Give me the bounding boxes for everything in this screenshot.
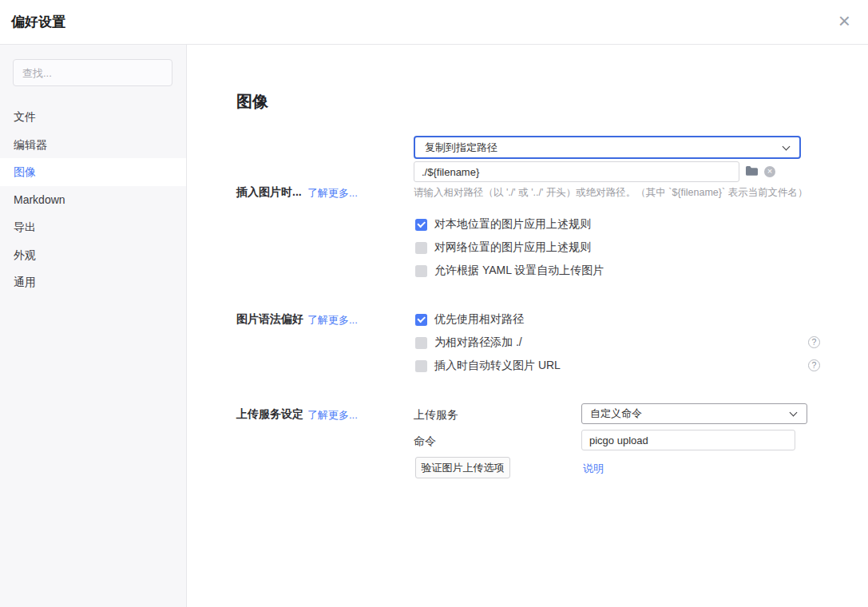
insert-image-section-label: 插入图片时... [236, 185, 302, 200]
folder-icon[interactable] [745, 165, 759, 177]
checkbox-icon[interactable] [415, 242, 427, 254]
path-hint-text: 请输入相对路径（以 './' 或 '../' 开头）或绝对路径。（其中 `${f… [414, 186, 808, 200]
search-input[interactable] [13, 59, 172, 86]
clear-input-icon[interactable]: × [764, 166, 775, 177]
page-title: 图像 [236, 91, 268, 113]
sidebar-item-export[interactable]: 导出 [0, 213, 186, 241]
yaml-auto-upload-checkbox-row[interactable]: 允许根据 YAML 设置自动上传图片 [415, 263, 604, 279]
checkbox-label: 为相对路径添加 ./ [434, 335, 522, 350]
escape-url-checkbox-row[interactable]: 插入时自动转义图片 URL [415, 358, 561, 374]
sidebar: 文件 编辑器 图像 Markdown 导出 外观 通用 [0, 45, 187, 607]
checkbox-label: 对本地位置的图片应用上述规则 [434, 217, 591, 232]
close-icon[interactable]: × [838, 8, 850, 34]
sidebar-item-general[interactable]: 通用 [0, 268, 186, 296]
window-header: 偏好设置 × [0, 0, 868, 45]
preferences-window: 偏好设置 × 文件 编辑器 图像 Markdown 导出 外观 通用 图像 插入… [0, 0, 868, 607]
upload-section-label: 上传服务设定 [236, 407, 303, 422]
sidebar-item-editor[interactable]: 编辑器 [0, 131, 186, 159]
validate-upload-button[interactable]: 验证图片上传选项 [415, 457, 510, 478]
upload-learn-more-link[interactable]: 了解更多... [307, 408, 358, 423]
upload-service-select-value: 自定义命令 [590, 407, 642, 421]
instructions-link[interactable]: 说明 [583, 462, 604, 476]
add-dot-slash-checkbox-row[interactable]: 为相对路径添加 ./ [415, 335, 522, 351]
sidebar-list: 文件 编辑器 图像 Markdown 导出 外观 通用 [0, 103, 186, 296]
help-icon[interactable]: ? [808, 336, 820, 348]
insert-action-select-value: 复制到指定路径 [425, 141, 497, 155]
insert-learn-more-link[interactable]: 了解更多... [307, 186, 358, 200]
upload-service-select[interactable]: 自定义命令 [581, 403, 807, 424]
sidebar-item-image[interactable]: 图像 [0, 158, 186, 186]
prefer-relative-path-checkbox-row[interactable]: 优先使用相对路径 [415, 311, 524, 327]
checkbox-icon[interactable] [415, 337, 427, 349]
upload-service-label: 上传服务 [414, 408, 458, 423]
image-settings-panel: 图像 插入图片时... 了解更多... 复制到指定路径 × 请输入相对路径（以 … [187, 45, 868, 607]
checkbox-icon[interactable] [415, 265, 427, 277]
checkbox-label: 对网络位置的图片应用上述规则 [434, 240, 591, 255]
chevron-down-icon [783, 142, 791, 150]
checkbox-label: 优先使用相对路径 [434, 312, 524, 327]
insert-action-select[interactable]: 复制到指定路径 [414, 136, 801, 159]
copy-path-input[interactable] [414, 161, 739, 182]
apply-web-images-checkbox-row[interactable]: 对网络位置的图片应用上述规则 [415, 240, 591, 256]
window-title: 偏好设置 [11, 13, 65, 31]
checkbox-label: 插入时自动转义图片 URL [434, 359, 561, 373]
checkbox-icon[interactable] [415, 314, 427, 326]
sidebar-item-appearance[interactable]: 外观 [0, 241, 186, 269]
command-input[interactable] [581, 430, 795, 450]
sidebar-item-file[interactable]: 文件 [0, 103, 186, 131]
checkbox-icon[interactable] [415, 360, 427, 372]
checkbox-icon[interactable] [415, 219, 427, 231]
help-icon[interactable]: ? [808, 359, 820, 371]
syntax-learn-more-link[interactable]: 了解更多... [307, 313, 358, 327]
command-label: 命令 [414, 434, 436, 449]
sidebar-item-markdown[interactable]: Markdown [0, 186, 186, 214]
chevron-down-icon [790, 409, 798, 417]
apply-local-images-checkbox-row[interactable]: 对本地位置的图片应用上述规则 [415, 216, 591, 232]
checkbox-label: 允许根据 YAML 设置自动上传图片 [434, 264, 604, 278]
syntax-section-label: 图片语法偏好 [236, 312, 303, 327]
